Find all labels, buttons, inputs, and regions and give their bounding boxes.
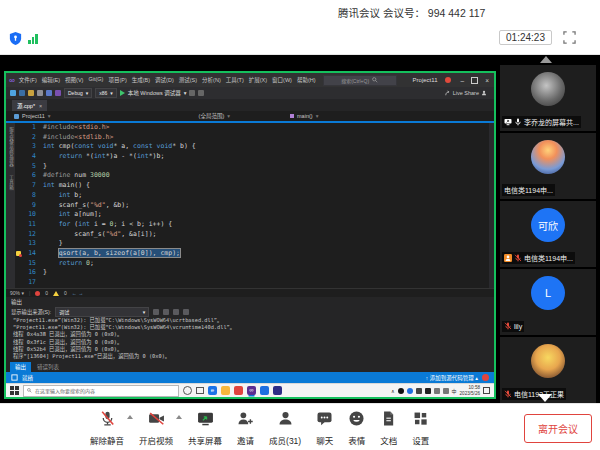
platform-dropdown[interactable]: x86▾ [95, 88, 117, 98]
tab-output[interactable]: 输出 [10, 362, 31, 372]
output-find-icon[interactable] [153, 309, 159, 315]
notification-bell-icon[interactable] [482, 374, 489, 381]
toolbar-item-label: 共享屏幕 [188, 434, 222, 446]
visual-studio-taskbar-icon[interactable]: ∞ [247, 386, 256, 395]
file-explorer-icon[interactable] [221, 386, 230, 395]
output-wordwrap-icon[interactable] [163, 309, 169, 315]
edge-icon[interactable]: e [208, 386, 217, 395]
participant-tile[interactable]: 李乔龙的屏幕共... [500, 65, 596, 131]
server-explorer-tab[interactable]: 服务器资源管理器 [8, 127, 14, 167]
back-icon[interactable] [10, 90, 16, 96]
zoom-control[interactable]: 90% ▾ [10, 290, 24, 296]
qq-tray-icon[interactable] [398, 388, 404, 394]
app-blue-icon[interactable] [260, 386, 269, 395]
invite-button[interactable]: 邀请 [237, 410, 254, 446]
video-button[interactable]: 开启视频 [139, 410, 173, 446]
debugger-label[interactable]: 本地 Windows 调试器 [128, 89, 181, 97]
tab-source-cpp[interactable]: 源.cpp* × [12, 100, 47, 111]
vs-menu-item[interactable]: 分析(N) [202, 76, 221, 84]
display-tray-icon[interactable] [425, 388, 431, 394]
emoji-button[interactable]: 表情 [348, 410, 365, 446]
settings-button[interactable]: 设置 [412, 410, 429, 446]
action-center-icon[interactable] [483, 387, 490, 394]
taskbar-search-box[interactable]: 在这里输入你要搜索的内容 [23, 385, 179, 397]
warnings-count[interactable]: 0 [64, 290, 67, 296]
leave-meeting-button[interactable]: 离开会议 [524, 414, 592, 443]
toolbar-extra-icon[interactable] [198, 90, 204, 96]
errors-count[interactable]: 0 [45, 290, 48, 296]
nav-project-dropdown[interactable]: Project11▾ [14, 113, 51, 119]
vs-search-box[interactable]: 搜索(Ctrl+Q) [323, 75, 397, 86]
vs-menu-item[interactable]: 生成(B) [132, 76, 150, 84]
output-source-dropdown[interactable]: 调试▾ [55, 307, 149, 317]
toolbar-extra-icon[interactable] [189, 90, 195, 96]
vs-menu-item[interactable]: Git(G) [88, 76, 103, 84]
taskbar-clock[interactable]: 10:582023/5/26 [460, 385, 480, 396]
output-clear-icon[interactable] [173, 309, 179, 315]
mic-tray-icon[interactable] [416, 388, 422, 394]
save-icon[interactable] [46, 90, 52, 96]
network-icon[interactable] [434, 388, 440, 394]
tab-close-icon[interactable]: × [39, 103, 42, 109]
gutter-margin [15, 133, 22, 143]
new-file-icon[interactable] [28, 90, 34, 96]
output-pin-icon[interactable] [183, 309, 189, 315]
minimize-icon[interactable]: – [461, 77, 465, 84]
solution-config-dropdown[interactable]: Debug▾ [64, 88, 92, 98]
vs-menu-item[interactable]: 编辑(E) [42, 76, 60, 84]
options-caret-icon[interactable] [176, 415, 182, 419]
save-all-icon[interactable] [55, 90, 61, 96]
meeting-app-icon[interactable] [234, 386, 243, 395]
tray-chevron-icon[interactable]: ∧ [391, 388, 395, 394]
vs-menu-item[interactable]: 测试(S) [179, 76, 197, 84]
start-button[interactable] [10, 386, 19, 395]
vs-menu-item[interactable]: 调试(D) [155, 76, 174, 84]
shared-screen[interactable]: ∞ 文件(F)编辑(E)视图(V)Git(G)项目(P)生成(B)调试(D)测试… [4, 71, 496, 399]
restore-icon[interactable] [471, 77, 478, 84]
editor-scrollbar[interactable] [489, 123, 494, 288]
vs-menu-item[interactable]: 视图(V) [65, 76, 83, 84]
participant-tile[interactable]: 电信类1194申... [500, 133, 596, 199]
line-number: 2 [22, 133, 36, 143]
chat-button[interactable]: 聊天 [316, 410, 333, 446]
output-line: 程序“[13604] Project11.exe”已退出，返回值为 0 (0x0… [13, 353, 494, 360]
open-file-icon[interactable] [37, 90, 43, 96]
tab-error-list[interactable]: 错误列表 [37, 363, 59, 371]
participant-tile[interactable]: 可欣电信类1194申... [500, 201, 596, 267]
scroll-down-icon[interactable] [538, 394, 552, 402]
tim-tray-icon[interactable] [407, 388, 413, 394]
close-icon[interactable]: × [485, 77, 489, 84]
docs-button[interactable]: 文档 [380, 410, 397, 446]
live-share-button[interactable]: Live Share [445, 90, 487, 96]
vs-menu-item[interactable]: 帮助(H) [297, 76, 316, 84]
cortana-icon[interactable] [183, 386, 192, 395]
vs-menu-item[interactable]: 项目(P) [108, 76, 126, 84]
nav-scope-dropdown[interactable]: (全局范围)▾ [199, 112, 230, 120]
toolbar-item-label: 邀请 [237, 434, 254, 446]
source-control-button[interactable]: ↑ 添加到源代码管理 ▴ [425, 374, 478, 382]
ime-indicator[interactable]: 中 [452, 387, 457, 394]
members-button[interactable]: 成员(31) [269, 410, 301, 446]
unmute-button[interactable]: 解除静音 [90, 410, 124, 446]
task-view-icon[interactable] [196, 387, 204, 394]
code-editor[interactable]: 服务器资源管理器 工具箱 1#include<stdio.h>2#include… [6, 123, 494, 288]
vs-menu-item[interactable]: 窗口(W) [272, 76, 292, 84]
vs-menu-item[interactable]: 工具(T) [226, 76, 244, 84]
vs-menu-item[interactable]: 文件(F) [19, 76, 37, 84]
volume-icon[interactable] [443, 388, 449, 394]
forward-icon[interactable] [19, 90, 25, 96]
start-debug-icon[interactable] [120, 90, 125, 96]
fullscreen-icon[interactable] [563, 31, 576, 44]
scroll-up-icon[interactable] [540, 56, 552, 63]
code-text: scanf_s("%d", &b); [43, 201, 129, 211]
options-caret-icon[interactable] [127, 415, 133, 419]
nav-member-dropdown[interactable]: main()▾ [290, 113, 318, 119]
vs-notification-badge[interactable] [445, 77, 451, 83]
toolbox-tab[interactable]: 工具箱 [8, 175, 14, 190]
security-shield-icon[interactable] [8, 31, 23, 46]
share-button[interactable]: 共享屏幕 [188, 410, 222, 446]
line-number: 13 [22, 239, 36, 249]
app-purple-icon[interactable] [273, 386, 282, 395]
vs-menu-item[interactable]: 扩展(X) [249, 76, 267, 84]
participant-tile[interactable]: Llily [500, 269, 596, 335]
